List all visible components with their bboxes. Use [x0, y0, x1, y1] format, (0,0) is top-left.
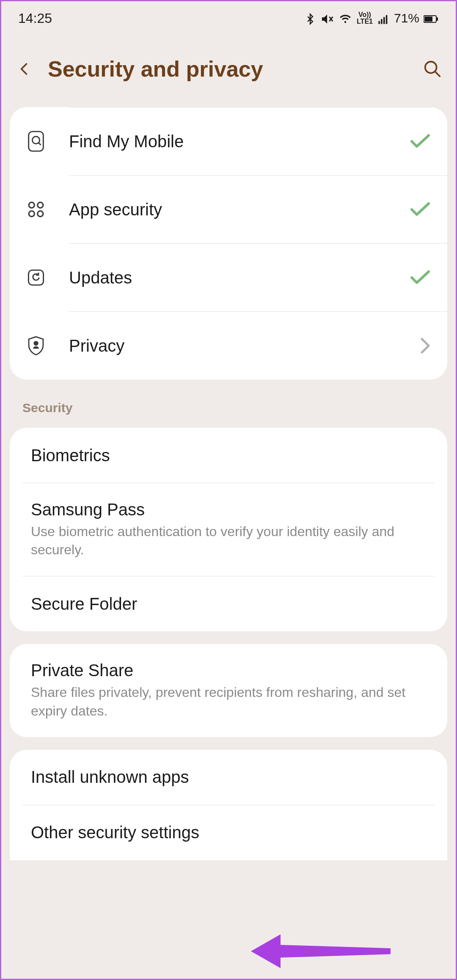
bluetooth-icon [304, 11, 316, 26]
svg-rect-0 [378, 21, 380, 24]
svg-point-14 [29, 211, 34, 217]
status-time: 14:25 [18, 11, 52, 26]
mute-icon [320, 11, 334, 26]
security-card: Biometrics Samsung Pass Use biometric au… [10, 428, 447, 631]
other-card: Install unknown apps Other security sett… [10, 750, 447, 860]
find-my-mobile-icon [27, 130, 69, 152]
secure-folder-row[interactable]: Secure Folder [10, 576, 447, 631]
updates-label: Updates [69, 268, 405, 287]
find-my-mobile-label: Find My Mobile [69, 132, 405, 151]
svg-line-8 [435, 72, 440, 77]
samsung-pass-subtitle: Use biometric authentication to verify y… [31, 523, 426, 559]
samsung-pass-row[interactable]: Samsung Pass Use biometric authenticatio… [10, 483, 447, 576]
private-share-label: Private Share [31, 661, 426, 680]
other-security-settings-row[interactable]: Other security settings [10, 805, 447, 860]
svg-rect-9 [29, 132, 44, 151]
private-share-subtitle: Share files privately, prevent recipient… [31, 683, 426, 720]
biometrics-label: Biometrics [31, 446, 426, 465]
updates-icon [27, 268, 69, 287]
app-security-icon [27, 200, 69, 219]
biometrics-row[interactable]: Biometrics [10, 428, 447, 483]
privacy-label: Privacy [69, 336, 405, 355]
svg-point-15 [38, 211, 43, 217]
svg-rect-2 [383, 17, 385, 24]
overview-card: Find My Mobile App security Updates Priv… [10, 107, 447, 380]
chevron-right-icon [405, 337, 430, 354]
svg-line-11 [39, 143, 41, 145]
search-button[interactable] [422, 58, 443, 80]
svg-rect-5 [424, 17, 432, 22]
find-my-mobile-row[interactable]: Find My Mobile [10, 107, 447, 175]
privacy-row[interactable]: Privacy [10, 312, 447, 380]
svg-point-12 [29, 202, 34, 208]
battery-icon [424, 11, 439, 26]
header: Security and privacy [1, 35, 456, 107]
private-share-row[interactable]: Private Share Share files privately, pre… [10, 644, 447, 737]
samsung-pass-label: Samsung Pass [31, 500, 426, 519]
app-security-row[interactable]: App security [10, 176, 447, 243]
install-unknown-apps-row[interactable]: Install unknown apps [10, 750, 447, 805]
svg-rect-6 [437, 17, 438, 21]
status-icons: Vo)) LTE1 71% [304, 11, 439, 26]
svg-point-13 [38, 202, 43, 208]
battery-percent: 71% [394, 11, 419, 25]
network-type-icon: Vo)) LTE1 [357, 11, 373, 25]
svg-marker-18 [251, 934, 391, 968]
wifi-icon [338, 11, 352, 26]
svg-rect-1 [381, 19, 383, 24]
share-card: Private Share Share files privately, pre… [10, 644, 447, 737]
signal-icon [377, 11, 390, 26]
page-title: Security and privacy [48, 56, 409, 82]
status-bar: 14:25 Vo)) LTE1 71% [1, 1, 456, 35]
back-button[interactable] [14, 58, 35, 80]
check-icon [405, 202, 430, 217]
svg-point-17 [34, 341, 38, 345]
check-icon [405, 134, 430, 149]
privacy-icon [27, 336, 69, 356]
check-icon [405, 270, 430, 285]
install-unknown-apps-label: Install unknown apps [31, 768, 426, 787]
section-label-security: Security [1, 392, 456, 428]
app-security-label: App security [69, 200, 405, 219]
updates-row[interactable]: Updates [10, 244, 447, 311]
secure-folder-label: Secure Folder [31, 595, 426, 614]
svg-rect-3 [386, 15, 388, 24]
other-security-settings-label: Other security settings [31, 823, 426, 842]
annotation-arrow [251, 928, 395, 976]
svg-rect-16 [28, 270, 43, 285]
